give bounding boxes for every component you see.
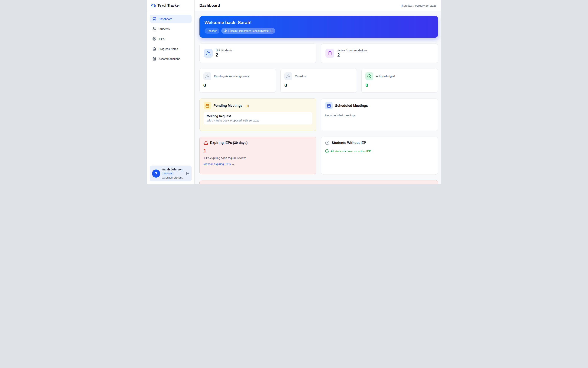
graduation-cap-icon — [151, 3, 156, 8]
role-pill: Teacher — [204, 28, 220, 34]
stats-row: IEP Students 2 Active Accommodations — [200, 44, 438, 63]
app-name: TeachTracker — [158, 3, 180, 8]
stat-value: 2 — [337, 53, 367, 58]
stat-label: IEP Students — [216, 49, 232, 52]
check-circle-icon — [325, 149, 329, 153]
overdue-card: Overdue 0 — [280, 69, 357, 93]
profile-school: Lincoln Elemen... — [162, 176, 184, 179]
meeting-request-item[interactable]: Meeting Request With: Parent Doe • Propo… — [204, 112, 312, 124]
clipboard-list-icon — [325, 49, 334, 58]
alert-triangle-icon — [203, 72, 211, 80]
welcome-banner: Welcome back, Sarah! Teacher Lincoln Ele… — [200, 16, 438, 38]
scheduled-meetings-empty: No scheduled meetings — [325, 114, 434, 117]
all-students-active-status: All students have an active IEP — [325, 149, 434, 153]
building-icon — [224, 29, 227, 32]
meeting-details: With: Parent Doe • Proposed: Feb 26, 202… — [207, 119, 309, 122]
clipped-alert-card — [200, 180, 438, 184]
scheduled-meetings-title: Scheduled Meetings — [335, 104, 368, 108]
pending-acknowledgments-card: Pending Acknowledgments 0 — [200, 69, 276, 93]
profile-school-label: Lincoln Elemen... — [165, 176, 184, 179]
calendar-icon — [325, 102, 333, 110]
sidebar-item-dashboard[interactable]: Dashboard — [150, 15, 192, 23]
calendar-icon — [204, 102, 211, 110]
sidebar-item-label: Progress Notes — [159, 47, 178, 50]
sidebar-item-students[interactable]: Students — [150, 25, 192, 33]
dashboard-content: Welcome back, Sarah! Teacher Lincoln Ele… — [194, 11, 441, 184]
alert-triangle-icon — [285, 72, 292, 80]
page-title: Dashboard — [200, 3, 220, 8]
app-logo: TeachTracker — [147, 0, 194, 11]
banner-pills: Teacher Lincoln Elementary School (Distr… — [204, 28, 433, 34]
current-date: Thursday, February 26, 2026 — [400, 4, 436, 7]
expiring-ieps-card: Expiring IEPs (30 days) 1 IEPs expiring … — [200, 137, 317, 175]
sidebar: TeachTracker Dashboard — [147, 0, 194, 184]
acknowledgments-row: Pending Acknowledgments 0 Overdue 0 — [200, 69, 438, 93]
view-expiring-ieps-link[interactable]: View all expiring IEPs → — [204, 162, 234, 166]
sidebar-item-label: Accommodations — [159, 57, 180, 60]
active-accommodations-card: Active Accommodations 2 — [321, 44, 438, 63]
status-text: All students have an active IEP — [331, 149, 371, 153]
alerts-row: Expiring IEPs (30 days) 1 IEPs expiring … — [200, 137, 438, 175]
building-icon — [162, 177, 165, 179]
check-circle-icon — [365, 72, 373, 80]
sidebar-item-progress-notes[interactable]: Progress Notes — [150, 45, 192, 53]
students-without-iep-title: Students Without IEP — [332, 141, 366, 145]
sidebar-item-label: Students — [159, 27, 170, 30]
sidebar-item-ieps[interactable]: IEPs — [150, 35, 192, 43]
sidebar-nav: Dashboard Students IEPs — [147, 11, 194, 166]
target-icon — [152, 37, 156, 41]
ack-value: 0 — [285, 83, 353, 88]
pending-meetings-card: Pending Meetings (1) Meeting Request Wit… — [200, 99, 317, 131]
logout-icon[interactable] — [186, 172, 190, 175]
x-circle-icon — [325, 140, 330, 145]
welcome-greeting: Welcome back, Sarah! — [204, 20, 433, 25]
users-icon — [204, 49, 213, 58]
meeting-title: Meeting Request — [207, 114, 309, 118]
expiring-ieps-title: Expiring IEPs (30 days) — [210, 141, 248, 145]
pending-meetings-title: Pending Meetings — [214, 104, 243, 108]
alert-triangle-icon — [204, 140, 208, 145]
pending-meetings-count: (1) — [246, 104, 249, 107]
students-without-iep-card: Students Without IEP All students have a… — [321, 137, 438, 175]
ack-label: Overdue — [295, 74, 306, 78]
page-header: Dashboard Thursday, February 26, 2026 — [194, 0, 441, 11]
dashboard-grid-icon — [152, 17, 156, 21]
sidebar-item-label: Dashboard — [159, 17, 172, 20]
ack-label: Acknowledged — [376, 74, 395, 78]
scheduled-meetings-card: Scheduled Meetings No scheduled meetings — [321, 99, 438, 131]
profile-info: Sarah Johnson Teacher Lincoln Elemen... — [162, 168, 184, 179]
meetings-row: Pending Meetings (1) Meeting Request Wit… — [200, 99, 438, 131]
sidebar-item-accommodations[interactable]: Accommodations — [150, 55, 192, 63]
teachtracker-app: TeachTracker Dashboard — [147, 0, 441, 184]
avatar: S — [152, 169, 160, 178]
users-icon — [152, 27, 156, 31]
ack-value: 0 — [203, 83, 272, 88]
expiring-ieps-count: 1 — [204, 148, 312, 154]
stat-label: Active Accommodations — [337, 49, 367, 52]
ack-label: Pending Acknowledgments — [214, 74, 249, 78]
acknowledged-card: Acknowledged 0 — [361, 69, 438, 93]
sidebar-item-label: IEPs — [159, 37, 165, 40]
ack-value: 0 — [365, 83, 434, 88]
file-text-icon — [152, 47, 156, 51]
clipboard-list-icon — [152, 57, 156, 61]
iep-students-card: IEP Students 2 — [200, 44, 317, 63]
profile-role-badge: Teacher — [162, 172, 174, 175]
expiring-ieps-description: IEPs expiring soon require review — [204, 156, 312, 159]
school-pill: Lincoln Elementary School (District 1) — [221, 28, 275, 34]
stat-value: 2 — [216, 53, 232, 58]
school-pill-label: Lincoln Elementary School (District 1) — [228, 29, 272, 32]
profile-name: Sarah Johnson — [162, 168, 184, 171]
user-profile-card[interactable]: S Sarah Johnson Teacher Lincoln Elemen..… — [150, 166, 192, 181]
main-area: Dashboard Thursday, February 26, 2026 We… — [194, 0, 441, 184]
